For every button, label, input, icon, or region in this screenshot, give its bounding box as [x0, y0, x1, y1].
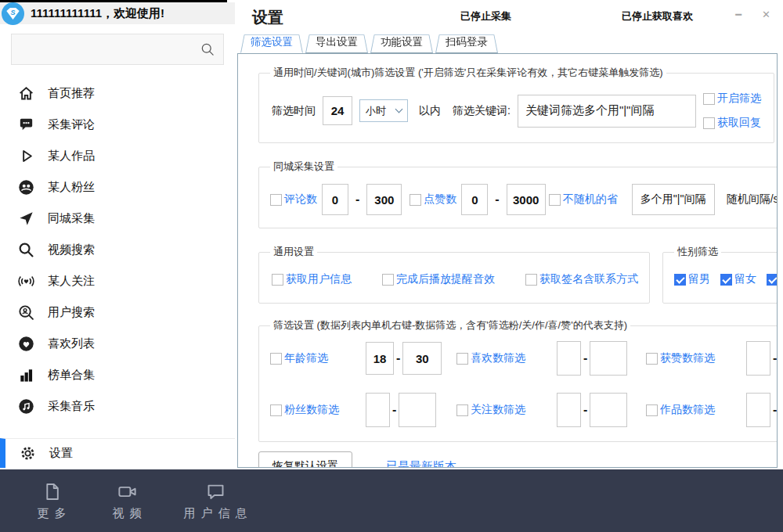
tab-qr-login[interactable]: 扫码登录: [435, 32, 498, 53]
city-collect-legend: 同城采集设置: [270, 160, 337, 174]
sidebar-item-settings[interactable]: 设置: [0, 438, 235, 468]
filter-time-input[interactable]: [323, 96, 352, 125]
checkbox-praise-count-filter[interactable]: 获赞数筛选: [646, 351, 746, 365]
sidebar-item-city-collect[interactable]: 同城采集: [0, 203, 235, 234]
navigation-icon: [17, 210, 35, 228]
filter-keyword-input[interactable]: [518, 95, 696, 128]
search-icon[interactable]: [200, 41, 215, 57]
sidebar-item-user-fans[interactable]: 某人粉丝: [0, 171, 235, 203]
tab-export-settings[interactable]: 导出设置: [305, 32, 368, 53]
checkbox-works-count-filter[interactable]: 作品数筛选: [646, 403, 746, 417]
praise-count-min-input[interactable]: [746, 341, 770, 376]
sidebar-item-likes-list[interactable]: 喜欢列表: [0, 328, 235, 359]
gear-icon: [19, 444, 37, 462]
likes-count-min-input[interactable]: [557, 341, 581, 376]
main-header: 设置 已停止采集 已停止获取喜欢 ━ ✕: [235, 0, 783, 33]
random-interval-label: 随机间隔/s:: [727, 192, 778, 207]
checkbox-keep-other[interactable]: 其它: [767, 272, 778, 286]
user-search-icon: [17, 304, 35, 322]
checkbox-like-count[interactable]: 点赞数: [410, 192, 456, 207]
time-unit-select[interactable]: 小时: [359, 99, 408, 122]
welcome-text: 111111111111，欢迎使用!: [31, 6, 164, 21]
tab-filter-settings[interactable]: 筛选设置: [240, 32, 303, 53]
video-icon: [117, 481, 138, 502]
checkbox-signature-contact[interactable]: 获取签名含联系方式: [525, 272, 638, 286]
sidebar-item-collect-comments[interactable]: 采集评论: [0, 109, 235, 140]
like-min-input[interactable]: [461, 184, 488, 215]
checkbox-get-user-info[interactable]: 获取用户信息: [272, 272, 352, 286]
dock-item-video[interactable]: 视频: [89, 481, 164, 521]
likes-count-max-input[interactable]: [590, 341, 627, 376]
settings-row: 通用设置 获取用户信息 完成后播放提醒音效 获取签名含联系方式: [258, 245, 765, 304]
sidebar: S 111111111111，欢迎使用! 首页推荐: [0, 0, 235, 469]
province-list-input[interactable]: [632, 184, 715, 215]
follow-count-max-input[interactable]: [590, 393, 627, 427]
tab-function-settings[interactable]: 功能设置: [370, 32, 433, 53]
general-settings-group: 通用设置 获取用户信息 完成后播放提醒音效 获取签名含联系方式: [258, 245, 650, 304]
tab-bar: 筛选设置 导出设置 功能设置 扫码登录: [235, 33, 783, 53]
window-controls: ━ ✕: [735, 8, 770, 22]
checkbox-non-random-province[interactable]: 不随机的省: [549, 192, 618, 207]
close-icon[interactable]: ✕: [762, 8, 770, 22]
checkbox-get-replies[interactable]: 获取回复: [703, 116, 761, 130]
works-count-min-input[interactable]: [746, 393, 770, 427]
reset-defaults-button[interactable]: 恢复默认设置: [258, 451, 352, 468]
welcome-bar: S 111111111111，欢迎使用!: [0, 2, 235, 27]
age-max-input[interactable]: [402, 342, 442, 375]
svg-text:S: S: [10, 9, 15, 16]
filter-settings-group: 筛选设置 (数据列表内单机右键-数据筛选，含有'筛选粉/关/作/喜/赞'的代表支…: [258, 318, 778, 442]
sidebar-item-ranking[interactable]: 榜单合集: [0, 359, 235, 390]
version-status-link[interactable]: 已是最新版本: [386, 459, 456, 469]
comment-icon: [17, 116, 35, 134]
sidebar-item-collect-music[interactable]: 采集音乐: [0, 390, 235, 422]
filter-time-label: 筛选时间: [272, 104, 316, 118]
checkbox-keep-female[interactable]: 留女: [720, 272, 756, 286]
app-window: S 111111111111，欢迎使用! 首页推荐: [0, 0, 783, 532]
search-icon: [17, 241, 35, 259]
filter-settings-legend: 筛选设置 (数据列表内单机右键-数据筛选，含有'筛选粉/关/作/喜/赞'的代表支…: [270, 318, 630, 332]
checkbox-keep-male[interactable]: 留男: [674, 272, 710, 286]
within-label: 以内: [419, 104, 441, 118]
general-filter-group: 通用时间/关键词(城市)筛选设置 ('开启筛选'只在采集评论有效，其它右键菜单触…: [258, 66, 774, 143]
like-max-input[interactable]: [507, 184, 546, 215]
comment-max-input[interactable]: [366, 184, 402, 215]
city-collect-group: 同城采集设置 评论数 - 点赞数 -: [258, 160, 778, 228]
file-icon: [41, 481, 63, 502]
minimize-icon[interactable]: ━: [735, 8, 742, 22]
sidebar-item-user-search[interactable]: 用户搜索: [0, 297, 235, 328]
play-icon: [17, 147, 35, 165]
follow-count-min-input[interactable]: [557, 393, 581, 427]
checkbox-enable-filter[interactable]: 开启筛选: [703, 92, 761, 106]
dock-item-user-info[interactable]: 用户信息: [164, 481, 266, 521]
follow-icon: [17, 272, 35, 290]
sidebar-item-user-follows[interactable]: 某人关注: [0, 265, 235, 297]
sidebar-item-video-search[interactable]: 视频搜索: [0, 234, 235, 265]
home-icon: [17, 84, 35, 102]
music-icon: [17, 397, 35, 415]
gender-filter-group: 性别筛选 留男 留女 其它: [662, 245, 778, 304]
checkbox-play-sound[interactable]: 完成后播放提醒音效: [382, 272, 495, 286]
age-min-input[interactable]: [366, 342, 394, 375]
fans-count-min-input[interactable]: [366, 393, 390, 427]
checkbox-comment-count[interactable]: 评论数: [270, 192, 317, 207]
search-input[interactable]: [20, 43, 200, 56]
checkbox-age-filter[interactable]: 年龄筛选: [270, 351, 366, 365]
comment-min-input[interactable]: [322, 184, 348, 215]
page-title: 设置: [252, 7, 283, 28]
collect-status-text: 已停止采集: [460, 9, 511, 23]
chat-icon: [205, 481, 226, 502]
sidebar-item-user-works[interactable]: 某人作品: [0, 140, 235, 171]
sidebar-item-home-feed[interactable]: 首页推荐: [0, 77, 235, 109]
general-settings-legend: 通用设置: [270, 245, 317, 259]
likes-status-text: 已停止获取喜欢: [622, 9, 693, 23]
main-area: 设置 已停止采集 已停止获取喜欢 ━ ✕ 筛选设置 导出设置 功能设置 扫码登录…: [235, 0, 783, 469]
checkbox-likes-count-filter[interactable]: 喜欢数筛选: [456, 351, 557, 365]
fans-count-max-input[interactable]: [399, 393, 436, 427]
checkbox-fans-count-filter[interactable]: 粉丝数筛选: [270, 403, 366, 417]
keyword-label: 筛选关键词:: [453, 104, 511, 118]
tab-panel: 通用时间/关键词(城市)筛选设置 ('开启筛选'只在采集评论有效，其它右键菜单触…: [237, 53, 778, 468]
checkbox-follow-count-filter[interactable]: 关注数筛选: [456, 403, 557, 417]
dock-item-more[interactable]: 更多: [14, 481, 89, 521]
gender-filter-legend: 性别筛选: [674, 245, 721, 259]
chevron-down-icon: [395, 106, 403, 113]
